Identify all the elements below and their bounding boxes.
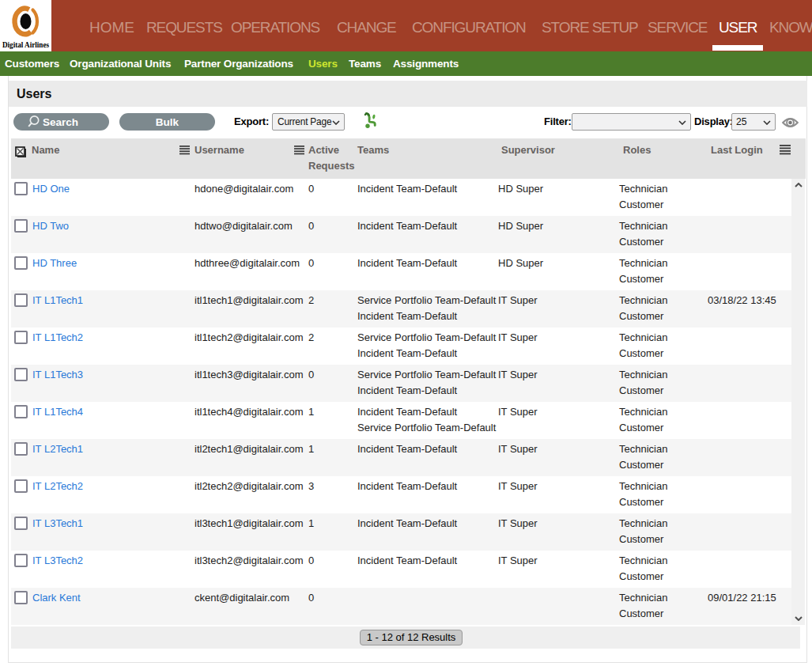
svg-text:Digital Airlines: Digital Airlines — [2, 40, 49, 49]
